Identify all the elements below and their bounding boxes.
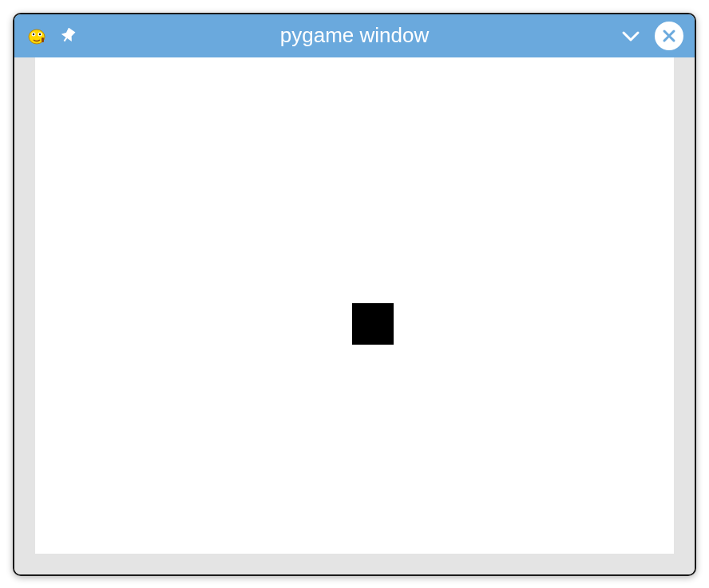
titlebar[interactable]: pygame window xyxy=(14,14,695,57)
svg-rect-5 xyxy=(42,37,44,42)
pygame-canvas[interactable] xyxy=(35,57,674,554)
minimize-button[interactable] xyxy=(620,25,642,47)
pin-icon[interactable] xyxy=(59,27,77,45)
svg-point-4 xyxy=(39,33,41,34)
pygame-snake-icon xyxy=(26,25,48,47)
svg-point-3 xyxy=(33,33,34,34)
close-icon xyxy=(661,28,677,44)
titlebar-controls xyxy=(620,22,683,50)
window-frame: pygame window xyxy=(13,13,696,576)
black-square-sprite xyxy=(352,303,394,345)
content-area xyxy=(14,57,695,574)
close-button[interactable] xyxy=(655,22,683,50)
chevron-down-icon xyxy=(620,26,641,46)
window-title: pygame window xyxy=(280,23,429,48)
